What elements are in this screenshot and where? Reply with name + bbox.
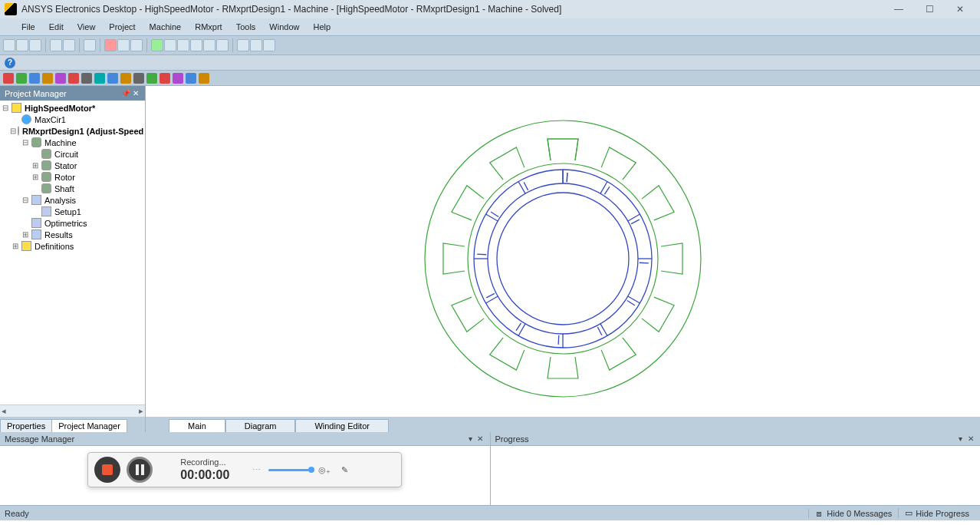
pm-close-icon[interactable]: ✕ — [130, 88, 140, 98]
tree-node-design[interactable]: ⊟ RMxprtDesign1 (Adjust-Speed Sy — [0, 125, 145, 137]
menu-window[interactable]: Window — [263, 21, 305, 33]
machine-tool-13[interactable] — [159, 73, 170, 84]
refresh-button[interactable] — [263, 39, 275, 51]
tree-node-analysis[interactable]: ⊟ Analysis — [0, 194, 145, 206]
machine-tool-9[interactable] — [107, 73, 118, 84]
tab-project-manager[interactable]: Project Manager — [51, 419, 127, 432]
tree-node-circuit[interactable]: Circuit — [0, 148, 145, 160]
menu-bar: File Edit View Project Machine RMxprt To… — [0, 18, 980, 35]
machine-tool-8[interactable] — [94, 73, 105, 84]
msg-pin-icon[interactable]: ▾ — [465, 434, 475, 443]
toolbar-separator — [232, 38, 233, 52]
menu-rmxprt[interactable]: RMxprt — [189, 21, 228, 33]
machine-tool-11[interactable] — [133, 73, 144, 84]
annotate-icon[interactable]: ✎ — [337, 463, 351, 477]
open-button[interactable] — [16, 39, 28, 51]
copy-button[interactable] — [50, 39, 62, 51]
tree-node-maxcir[interactable]: MaxCir1 — [0, 114, 145, 125]
setup-icon — [41, 206, 51, 216]
project-icon — [12, 103, 21, 113]
pm-pin-icon[interactable]: 📌 — [120, 88, 130, 98]
machine-tool-6[interactable] — [68, 73, 79, 84]
machine-tool-14[interactable] — [173, 73, 183, 84]
machine-tool-7[interactable] — [81, 73, 92, 84]
toolbar-separator — [45, 38, 46, 52]
hide-messages-button[interactable]: 🗉 Hide 0 Messages — [808, 509, 898, 518]
menu-help[interactable]: Help — [307, 21, 337, 33]
stator-icon — [41, 160, 51, 170]
prg-close-icon[interactable]: ✕ — [965, 434, 975, 443]
pm-header: Project Manager 📌 ✕ — [0, 86, 145, 101]
menu-machine[interactable]: Machine — [143, 21, 188, 33]
machine-tool-16[interactable] — [199, 73, 209, 84]
select-button[interactable] — [203, 39, 215, 51]
design-canvas[interactable]: Main Diagram Winding Editor — [146, 86, 980, 432]
tree-node-setup[interactable]: Setup1 — [0, 206, 145, 217]
tree-node-optimetrics[interactable]: Optimetrics — [0, 217, 145, 229]
tree-node-definitions[interactable]: ⊞ Definitions — [0, 240, 145, 252]
validate-button[interactable] — [151, 39, 163, 51]
menu-view[interactable]: View — [71, 21, 102, 33]
paste-button[interactable] — [63, 39, 75, 51]
pan-button[interactable] — [177, 39, 189, 51]
tab-diagram[interactable]: Diagram — [225, 419, 296, 432]
fit-button[interactable] — [237, 39, 249, 51]
volume-slider[interactable] — [268, 469, 311, 471]
prg-pin-icon[interactable]: ▾ — [955, 434, 965, 443]
tree-node-machine[interactable]: ⊟ Machine — [0, 137, 145, 148]
machine-tool-1[interactable] — [3, 73, 14, 84]
help-icon[interactable]: ? — [5, 58, 15, 68]
machine-tool-2[interactable] — [16, 73, 27, 84]
msg-close-icon[interactable]: ✕ — [475, 434, 485, 443]
standard-toolbar — [0, 35, 980, 55]
tree-node-shaft[interactable]: Shaft — [0, 183, 145, 194]
messages-icon: 🗉 — [815, 509, 824, 518]
maximize-button[interactable]: ☐ — [914, 2, 945, 17]
scroll-left-icon[interactable]: ◂ — [2, 406, 6, 416]
tree-node-rotor[interactable]: ⊞ Rotor — [0, 171, 145, 183]
tab-winding-editor[interactable]: Winding Editor — [295, 419, 389, 432]
tree-node-stator[interactable]: ⊞ Stator — [0, 160, 145, 171]
tab-properties[interactable]: Properties — [0, 419, 52, 432]
pm-scrollbar[interactable]: ◂ ▸ — [0, 404, 145, 417]
print-button[interactable] — [84, 39, 96, 51]
progress-pane: Progress ▾ ✕ — [491, 432, 981, 505]
recorder-menu-icon[interactable]: ⋯ — [252, 465, 262, 475]
machine-tool-3[interactable] — [29, 73, 40, 84]
machine-tool-15[interactable] — [186, 73, 196, 84]
measure-button[interactable] — [216, 39, 229, 51]
machine-tool-4[interactable] — [42, 73, 53, 84]
hide-progress-button[interactable]: ▭ Hide Progress — [898, 508, 975, 518]
menu-project[interactable]: Project — [103, 21, 141, 33]
machine-toolbar — [0, 71, 980, 86]
rotate-button[interactable] — [190, 39, 202, 51]
menu-file[interactable]: File — [15, 21, 41, 33]
machine-tool-10[interactable] — [120, 73, 131, 84]
machine-tool-5[interactable] — [55, 73, 66, 84]
menu-tools[interactable]: Tools — [230, 21, 262, 33]
minimize-button[interactable]: — — [883, 2, 914, 17]
message-body[interactable]: Recording... 00:00:00 ⋯ ◎₊ ✎ — [0, 446, 490, 505]
undo-button[interactable] — [117, 39, 130, 51]
screen-recorder-overlay: Recording... 00:00:00 ⋯ ◎₊ ✎ — [87, 452, 402, 487]
view3d-button[interactable] — [250, 39, 262, 51]
zoom-button[interactable] — [164, 39, 176, 51]
tree-node-project[interactable]: ⊟ HighSpeedMotor* — [0, 102, 145, 114]
redo-button[interactable] — [130, 39, 143, 51]
save-button[interactable] — [29, 39, 41, 51]
tab-main[interactable]: Main — [169, 419, 225, 432]
pm-title: Project Manager — [5, 89, 67, 98]
record-stop-button[interactable] — [94, 457, 120, 483]
delete-button[interactable] — [104, 39, 117, 51]
window-title: ANSYS Electronics Desktop - HighSpeedMot… — [21, 4, 883, 15]
new-button[interactable] — [3, 39, 15, 51]
tree-node-results[interactable]: ⊞ Results — [0, 229, 145, 240]
project-tree[interactable]: ⊟ HighSpeedMotor* MaxCir1 ⊟ RMxprtDesign… — [0, 101, 145, 404]
close-button[interactable]: ✕ — [945, 2, 975, 17]
progress-body[interactable] — [491, 446, 981, 505]
webcam-icon[interactable]: ◎₊ — [317, 463, 331, 477]
scroll-right-icon[interactable]: ▸ — [139, 406, 143, 416]
pause-button[interactable] — [127, 457, 153, 483]
menu-edit[interactable]: Edit — [43, 21, 70, 33]
machine-tool-12[interactable] — [146, 73, 157, 84]
